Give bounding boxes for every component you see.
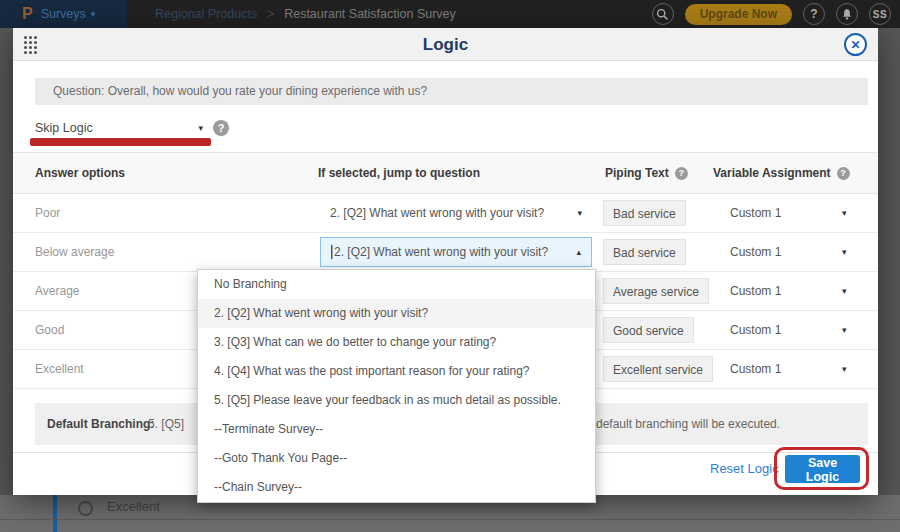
variable-assignment-select[interactable]: Custom 1 [730,350,781,389]
chevron-down-icon[interactable]: ▾ [842,233,847,272]
answer-option-label: Good [35,311,64,350]
table-row: Poor2. [Q2] What went wrong with your vi… [13,194,878,233]
jump-question-value: 2. [Q2] What went wrong with your visit? [330,206,544,220]
column-header-variable: Variable Assignment ? [713,153,850,193]
close-icon: ✕ [850,38,860,52]
top-navigation-bar: P Surveys ▾ Regional Products > Restaura… [0,0,900,28]
default-branching-target: 5. [Q5] [148,403,184,445]
topbar-brand-section: P Surveys ▾ [0,0,127,28]
search-button[interactable] [652,3,674,25]
close-button[interactable]: ✕ [844,33,867,56]
logic-type-value: Skip Logic [35,121,93,135]
answer-option-label: Excellent [35,350,84,389]
avatar-initials: SS [873,9,887,20]
help-button[interactable]: ? [803,3,825,25]
dropdown-option[interactable]: --Chain Survey-- [198,473,595,502]
piping-text-input[interactable]: Excellent service [603,356,713,382]
dropdown-option[interactable]: 5. [Q5] Please leave your feedback in as… [198,386,595,415]
modal-header: Logic ✕ [13,28,878,61]
page: P Surveys ▾ Regional Products > Restaura… [0,0,900,532]
logic-type-help-icon[interactable]: ? [213,120,229,136]
question-context-bar: Question: Overall, how would you rate yo… [35,78,868,105]
default-branching-note: default branching will be executed. [596,403,780,445]
jump-question-select[interactable]: 2. [Q2] What went wrong with your visit?… [320,198,592,228]
surveys-menu-label: Surveys [41,7,86,21]
modal-title: Logic [13,28,878,61]
answer-option-label: Average [35,272,79,311]
piping-text-input[interactable]: Bad service [603,239,686,265]
piping-text-input[interactable]: Average service [603,278,709,304]
bell-icon [841,8,853,21]
column-header-jump: If selected, jump to question [318,153,480,193]
avatar[interactable]: SS [869,3,891,25]
radio-button-icon [78,501,93,516]
breadcrumb-survey-name: Restaurant Satisfaction Survey [284,7,456,21]
background-divider [0,519,900,520]
question-mark-icon: ? [810,7,817,21]
variable-assignment-select[interactable]: Custom 1 [730,272,781,311]
proprofs-logo-icon: P [22,0,33,28]
search-icon [656,8,669,21]
breadcrumb: Regional Products > Restaurant Satisfact… [155,7,456,21]
column-header-answer-options: Answer options [35,153,125,193]
answer-option-label: Below average [35,233,114,272]
jump-question-select[interactable]: 2. [Q2] What went wrong with your visit?… [320,237,592,267]
breadcrumb-folder[interactable]: Regional Products [155,7,257,21]
save-logic-button[interactable]: Save Logic [785,455,860,483]
drag-handle-icon[interactable] [24,36,37,54]
topbar-actions: Upgrade Now ? SS [652,3,900,25]
upgrade-now-button[interactable]: Upgrade Now [685,4,792,25]
piping-text-input[interactable]: Good service [603,317,694,343]
reset-logic-link[interactable]: Reset Logic [710,455,779,483]
surveys-menu[interactable]: Surveys ▾ [41,7,96,21]
background-option-label: Excellent [107,499,160,514]
dropdown-option[interactable]: 2. [Q2] What went wrong with your visit? [198,299,595,328]
dropdown-option[interactable]: --Terminate Survey-- [198,415,595,444]
dropdown-option[interactable]: 3. [Q3] What can we do better to change … [198,328,595,357]
variable-assignment-select[interactable]: Custom 1 [730,311,781,350]
jump-question-dropdown: No Branching2. [Q2] What went wrong with… [197,269,596,503]
question-accent-bar [53,495,57,532]
logic-type-select[interactable]: Skip Logic ▾ [35,116,203,140]
dropdown-option[interactable]: No Branching [198,270,595,299]
variable-help-icon[interactable]: ? [837,167,850,180]
chevron-down-icon: ▾ [198,123,203,133]
logic-table-header: Answer options If selected, jump to ques… [13,152,878,194]
column-header-piping: Piping Text ? [605,153,688,193]
breadcrumb-separator-icon: > [267,7,274,21]
chevron-down-icon[interactable]: ▾ [842,311,847,350]
chevron-down-icon[interactable]: ▾ [842,194,847,233]
chevron-up-icon: ▴ [576,247,581,257]
answer-option-label: Poor [35,194,60,233]
chevron-down-icon: ▾ [91,9,96,19]
chevron-down-icon: ▾ [577,208,582,218]
chevron-down-icon[interactable]: ▾ [842,350,847,389]
variable-assignment-select[interactable]: Custom 1 [730,233,781,272]
default-branching-label: Default Branching: [47,403,154,445]
chevron-down-icon[interactable]: ▾ [842,272,847,311]
piping-text-input[interactable]: Bad service [603,200,686,226]
dropdown-option[interactable]: --Goto Thank You Page-- [198,444,595,473]
notifications-button[interactable] [836,3,858,25]
dropdown-option[interactable]: 4. [Q4] What was the post important reas… [198,357,595,386]
piping-help-icon[interactable]: ? [675,167,688,180]
variable-assignment-select[interactable]: Custom 1 [730,194,781,233]
jump-question-value: 2. [Q2] What went wrong with your visit? [331,245,548,259]
table-row: Below average2. [Q2] What went wrong wit… [13,233,878,272]
